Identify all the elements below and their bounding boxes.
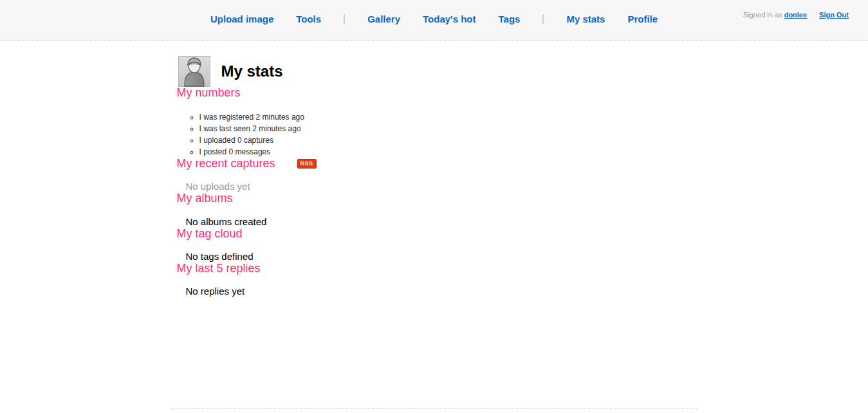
my-numbers-heading: My numbers (171, 87, 698, 99)
nav-my-stats[interactable]: My stats (566, 14, 605, 24)
list-item: I was last seen 2 minutes ago (199, 123, 698, 134)
stats-page: My stats My numbers I was registered 2 m… (171, 41, 698, 409)
nav-divider (542, 14, 544, 24)
rss-badge[interactable]: RSS (297, 159, 317, 169)
signin-status: Signed in as donlee Sign Out (743, 11, 849, 19)
no-replies-text: No replies yet (171, 286, 698, 297)
section-my-numbers: My numbers I was registered 2 minutes ag… (171, 87, 698, 158)
user-avatar-icon (178, 56, 210, 87)
signed-in-as-label: Signed in as (743, 11, 782, 19)
page-title-row: My stats (171, 41, 698, 87)
nav-upload-image[interactable]: Upload image (210, 14, 273, 24)
nav-todays-hot[interactable]: Today's hot (423, 14, 476, 24)
section-my-albums: My albums No albums created (171, 192, 698, 228)
nav-gallery[interactable]: Gallery (367, 14, 400, 24)
no-tags-text: No tags defined (171, 251, 698, 262)
list-item: I posted 0 messages (199, 146, 698, 158)
section-last-replies: My last 5 replies No replies yet (171, 262, 698, 297)
nav-tags[interactable]: Tags (498, 14, 520, 24)
section-tag-cloud: My tag cloud No tags defined (171, 228, 698, 262)
nav-tools[interactable]: Tools (296, 14, 321, 24)
page-title: My stats (221, 64, 283, 79)
last-replies-heading: My last 5 replies (171, 262, 698, 275)
list-item: I was registered 2 minutes ago (199, 111, 698, 123)
sign-out-link[interactable]: Sign Out (819, 11, 849, 19)
list-item: I uploaded 0 captures (199, 134, 698, 146)
section-recent-captures: My recent capturesRSS No uploads yet (171, 158, 698, 192)
recent-captures-heading: My recent capturesRSS (171, 158, 698, 170)
username-link[interactable]: donlee (784, 11, 807, 19)
my-numbers-list: I was registered 2 minutes ago I was las… (171, 111, 698, 158)
nav-profile[interactable]: Profile (627, 14, 658, 24)
main-nav: Upload image Tools Gallery Today's hot T… (0, 0, 868, 37)
tag-cloud-heading: My tag cloud (171, 228, 698, 240)
recent-captures-heading-label: My recent captures (177, 157, 275, 170)
no-uploads-text: No uploads yet (171, 181, 698, 192)
my-albums-heading: My albums (171, 192, 698, 205)
no-albums-text: No albums created (171, 216, 698, 228)
top-nav-bar: Upload image Tools Gallery Today's hot T… (0, 0, 868, 41)
nav-divider (344, 14, 345, 24)
